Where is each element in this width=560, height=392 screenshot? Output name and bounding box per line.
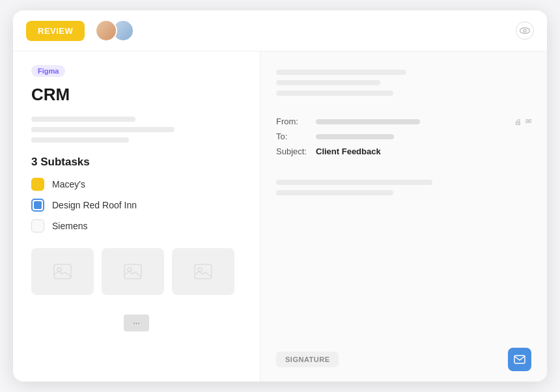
to-value-bar <box>316 134 394 139</box>
avatar-1 <box>95 20 117 42</box>
svg-rect-2 <box>54 264 71 279</box>
subtask-item-2[interactable]: Design Red Roof Inn <box>31 199 242 212</box>
bottom-bar-right: SIGNATURE <box>276 340 531 371</box>
subtask-item-3[interactable]: Siemens <box>31 219 242 232</box>
svg-rect-6 <box>195 264 212 279</box>
placeholder-line-1 <box>31 117 135 122</box>
thumbnail-2[interactable] <box>102 248 164 295</box>
placeholder-line-3 <box>31 137 129 143</box>
pagination-button[interactable]: ··· <box>124 315 148 331</box>
subtasks-heading: 3 Subtasks <box>31 156 242 169</box>
header: REVIEW <box>13 10 547 51</box>
email-subject-line: Subject: Client Feedback <box>276 147 531 156</box>
svg-point-0 <box>520 28 530 34</box>
svg-point-1 <box>524 29 526 32</box>
email-to-field: To: <box>276 132 531 141</box>
left-panel: Figma CRM 3 Subtasks Macey's Design Red … <box>13 51 260 382</box>
from-value-bar <box>316 119 420 124</box>
svg-point-5 <box>128 268 132 272</box>
avatars <box>95 20 134 42</box>
rp-line-1 <box>276 70 406 75</box>
subject-label: Subject: <box>276 147 312 156</box>
subtask-label-2: Design Red Roof Inn <box>52 200 137 210</box>
main-window: REVIEW Figma CRM 3 <box>13 10 547 382</box>
email-from-field: From: 🖨 ✉ <box>276 117 531 126</box>
subtask-item-1[interactable]: Macey's <box>31 178 242 191</box>
right-panel: From: 🖨 ✉ To: Subject: Client Feedback <box>260 51 547 382</box>
figma-tag: Figma <box>31 65 65 77</box>
send-mail-button[interactable] <box>508 348 531 371</box>
svg-point-3 <box>57 268 61 272</box>
pagination-bar: ··· <box>31 308 242 338</box>
right-placeholder <box>276 70 531 101</box>
subject-value: Client Feedback <box>316 147 381 156</box>
thumbnail-1[interactable] <box>31 248 94 295</box>
subtask-label-1: Macey's <box>52 179 85 189</box>
avatar-1-image <box>96 21 116 40</box>
svg-rect-8 <box>514 356 525 363</box>
signature-button[interactable]: SIGNATURE <box>276 352 339 367</box>
body-line-1 <box>276 180 432 185</box>
placeholder-lines <box>31 117 242 143</box>
subtask-label-3: Siemens <box>52 221 87 231</box>
email-actions: 🖨 ✉ <box>514 117 531 126</box>
thumbnail-3[interactable] <box>172 248 234 295</box>
page-title: CRM <box>31 85 242 105</box>
svg-rect-4 <box>124 264 141 279</box>
to-label: To: <box>276 132 312 141</box>
review-button[interactable]: REVIEW <box>26 21 85 41</box>
email-section: From: 🖨 ✉ To: Subject: Client Feedback <box>276 117 531 159</box>
forward-icon[interactable]: ✉ <box>525 117 531 126</box>
rp-line-2 <box>276 80 380 85</box>
eye-icon[interactable] <box>516 21 534 40</box>
main-content: Figma CRM 3 Subtasks Macey's Design Red … <box>13 51 547 382</box>
subtask-checkbox-2[interactable] <box>31 199 44 212</box>
subtask-checkbox-3[interactable] <box>31 219 44 232</box>
body-line-2 <box>276 190 393 195</box>
email-body <box>276 180 531 201</box>
rp-line-3 <box>276 91 393 96</box>
print-icon[interactable]: 🖨 <box>514 118 522 126</box>
from-label: From: <box>276 117 312 126</box>
svg-point-7 <box>198 268 202 272</box>
thumbnails <box>31 248 242 295</box>
subtask-checkbox-1[interactable] <box>31 178 44 191</box>
placeholder-line-2 <box>31 127 175 132</box>
subtask-list: Macey's Design Red Roof Inn Siemens <box>31 178 242 232</box>
